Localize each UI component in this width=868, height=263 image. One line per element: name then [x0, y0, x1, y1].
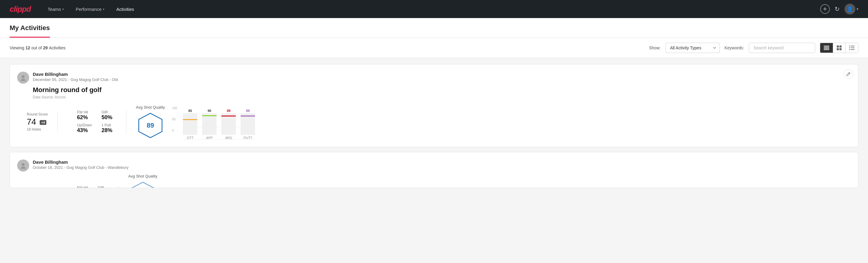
quality-hexagon: 89: [137, 112, 164, 139]
quality-section: Avg Shot Quality 94 82 106: [128, 174, 851, 188]
card-header: Dave Billingham December 05, 2021 - Gog …: [17, 71, 851, 84]
svg-marker-19: [131, 182, 154, 188]
user-name: Dave Billingham: [33, 159, 851, 165]
shot-quality-chart: 100 50 0 85: [172, 104, 851, 140]
metrics-grid: FW Hit 62% GIR 50% Up/Down 43% 1 Putt 28…: [67, 110, 126, 134]
activity-card: Dave Billingham December 05, 2021 - Gog …: [10, 64, 858, 147]
view-list-button[interactable]: [845, 43, 858, 53]
gir-metric: GIR 50%: [101, 110, 116, 121]
bar-groups-partial: 94 82 106 87: [175, 185, 206, 188]
svg-rect-13: [851, 49, 855, 50]
quality-hexagon: [129, 181, 156, 188]
one-putt-label: 1 Putt: [101, 123, 116, 127]
gir-value: 50%: [101, 114, 116, 121]
svg-rect-1: [824, 47, 829, 48]
score-badge: +4: [40, 120, 46, 125]
svg-point-15: [21, 79, 26, 81]
nav-item-teams[interactable]: Teams ▾: [43, 4, 69, 14]
add-icon[interactable]: +: [820, 4, 830, 14]
view-grid-button[interactable]: [833, 43, 845, 53]
view-toggle: [820, 43, 858, 53]
nav-item-performance[interactable]: Performance ▾: [71, 4, 109, 14]
round-score-label: Round Score: [27, 112, 48, 116]
gir-metric: GIR 56%: [98, 186, 109, 188]
page-title: My Activities: [10, 18, 50, 38]
user-date: December 05, 2021 - Gog Magog Golf Club …: [33, 77, 851, 82]
list-icon: [849, 46, 855, 50]
nav-right: + ↻ 👤 ▾: [820, 4, 858, 14]
gir-label: GIR: [101, 110, 116, 114]
person-icon: [20, 162, 27, 169]
svg-rect-12: [849, 49, 850, 50]
logo[interactable]: clippd: [10, 4, 31, 14]
card-user-info: Dave Billingham October 16, 2021 - Gog M…: [33, 159, 851, 170]
round-score-group: Round Score: [27, 187, 48, 188]
bar-groups: 85 OTT 90: [183, 114, 255, 140]
pencil-icon: [846, 72, 850, 76]
svg-rect-3: [824, 49, 829, 50]
navbar: clippd Teams ▾ Performance ▾ Activities …: [0, 0, 868, 18]
activity-card: Dave Billingham October 16, 2021 - Gog M…: [10, 152, 858, 188]
card-body: Round Score FW Hit 43% GIR 56% Avg Shot …: [17, 174, 851, 188]
user-avatar: [17, 71, 29, 84]
activity-type-select[interactable]: All Activity Types Round Practice: [665, 43, 720, 53]
app-bar: [202, 115, 217, 135]
putt-value-label: 89: [246, 109, 250, 113]
fw-hit-label: FW Hit: [77, 186, 88, 188]
user-avatar: [17, 159, 29, 172]
viewing-text: Viewing 12 out of 29 Activities: [10, 46, 644, 50]
person-icon: [20, 74, 27, 81]
svg-point-17: [22, 163, 25, 166]
ott-bar: [183, 119, 197, 135]
bar-putt: 89 PUTT: [241, 109, 255, 140]
svg-rect-5: [839, 46, 841, 48]
fw-hit-label: FW Hit: [77, 110, 92, 114]
one-putt-value: 28%: [101, 127, 116, 134]
nav-links: Teams ▾ Performance ▾ Activities: [43, 4, 820, 14]
bar-app: 90 APP: [202, 109, 217, 140]
list-detail-icon: [824, 46, 829, 50]
nav-item-activities[interactable]: Activities: [112, 4, 139, 14]
quality-score: 89: [147, 122, 154, 129]
svg-rect-6: [837, 48, 839, 50]
user-date: October 16, 2021 - Gog Magog Golf Club -…: [33, 165, 851, 170]
arg-value-label: 89: [227, 109, 230, 113]
app-value-label: 90: [208, 109, 211, 113]
user-menu[interactable]: 👤 ▾: [844, 4, 858, 14]
refresh-icon[interactable]: ↻: [835, 5, 840, 12]
filter-bar: Viewing 12 out of 29 Activities Show: Al…: [0, 38, 868, 58]
quality-label: Avg Shot Quality: [136, 105, 165, 110]
fw-hit-value: 62%: [77, 114, 92, 121]
updown-metric: Up/Down 43%: [77, 123, 92, 134]
user-name: Dave Billingham: [33, 71, 851, 77]
data-source: Data Source: Arccos: [33, 95, 851, 99]
avatar[interactable]: 👤: [844, 4, 856, 14]
edit-button[interactable]: [844, 69, 853, 79]
activities-list: Dave Billingham December 05, 2021 - Gog …: [0, 58, 868, 199]
card-user-info: Dave Billingham December 05, 2021 - Gog …: [33, 71, 851, 82]
metrics-grid: FW Hit 43% GIR 56%: [67, 186, 119, 188]
fw-hit-metric: FW Hit 43%: [77, 186, 88, 188]
svg-rect-8: [849, 46, 850, 46]
svg-point-18: [21, 167, 26, 169]
round-score-section: Round Score 74 +4 18 Holes: [17, 112, 58, 132]
svg-rect-10: [849, 48, 850, 48]
quality-label: Avg Shot Quality: [128, 174, 157, 178]
gir-label: GIR: [98, 186, 109, 188]
putt-bar: [241, 116, 255, 135]
grid-icon: [837, 46, 841, 50]
y-axis: 100 50 0: [172, 107, 181, 132]
performance-chevron-icon: ▾: [103, 7, 104, 11]
activity-title: Morning round of golf: [33, 86, 851, 94]
page-header: My Activities: [0, 18, 868, 38]
score-holes: 18 Holes: [27, 127, 48, 132]
view-list-detail-button[interactable]: [820, 43, 833, 53]
grid-line-0: [183, 139, 255, 140]
updown-label: Up/Down: [77, 123, 92, 127]
svg-rect-7: [839, 48, 841, 50]
teams-chevron-icon: ▾: [62, 7, 64, 11]
round-score-value: 74 +4: [27, 117, 48, 127]
search-input[interactable]: [749, 43, 815, 53]
quality-section: Avg Shot Quality 89: [136, 104, 851, 140]
svg-rect-2: [824, 48, 829, 49]
